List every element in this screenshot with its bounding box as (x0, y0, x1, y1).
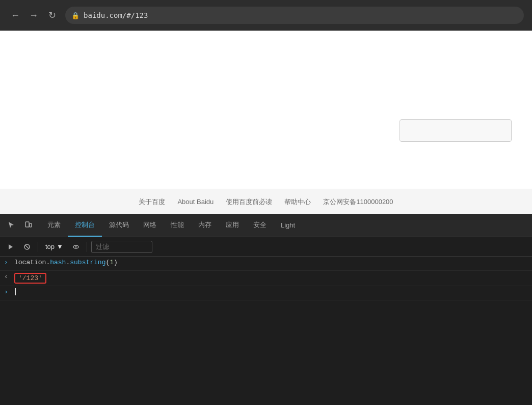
console-cursor-line[interactable]: › (0, 286, 532, 300)
devtools-toolbar: top ▼ (0, 237, 532, 257)
context-label: top (45, 243, 55, 250)
footer-link-4[interactable]: 帮助中心 (284, 197, 311, 207)
dropdown-arrow-icon: ▼ (57, 243, 63, 250)
eye-icon[interactable] (69, 240, 83, 254)
code-hash: hash (50, 259, 66, 266)
clear-errors-icon[interactable] (20, 240, 34, 254)
tab-sources[interactable]: 源代码 (102, 214, 136, 237)
svg-point-6 (75, 246, 76, 247)
code-arg: 1 (110, 259, 114, 266)
console-input-line: › location.hash.substring(1) (0, 257, 532, 271)
filter-input[interactable] (91, 241, 152, 253)
console-output-line: ‹ '/123' (0, 271, 532, 286)
back-button[interactable]: ← (8, 8, 22, 22)
svg-line-4 (25, 245, 29, 248)
svg-rect-0 (25, 222, 29, 227)
tab-performance[interactable]: 性能 (164, 214, 191, 237)
devtools-panel: 元素 控制台 源代码 网络 性能 内存 应用 安全 Light (0, 214, 532, 405)
nav-buttons: ← → ↻ (8, 8, 59, 22)
result-box: '/123' (14, 273, 46, 284)
cursor-prefix: › (4, 288, 14, 296)
footer-link-5[interactable]: 京公网安备1100000200 (323, 197, 393, 207)
output-prefix: ‹ (4, 273, 14, 281)
toolbar-divider (38, 242, 38, 252)
forward-button[interactable]: → (26, 8, 41, 22)
footer-link-2[interactable]: About Baidu (177, 198, 214, 206)
code-location: location. (14, 259, 50, 266)
devtools-tab-bar: 元素 控制台 源代码 网络 性能 内存 应用 安全 Light (0, 214, 532, 237)
code-substring: substring (70, 259, 105, 266)
lock-icon: 🔒 (71, 12, 79, 19)
address-bar[interactable]: 🔒 baidu.com/#/123 (65, 7, 524, 24)
footer-link-1[interactable]: 关于百度 (139, 197, 165, 207)
tab-application[interactable]: 应用 (219, 214, 246, 237)
tab-elements[interactable]: 元素 (40, 214, 68, 237)
devtools-tabs-list: 元素 控制台 源代码 网络 性能 内存 应用 安全 Light (40, 214, 532, 237)
console-code-output: '/123' (14, 273, 46, 284)
console-output: › location.hash.substring(1) ‹ '/123' › (0, 257, 532, 405)
url-text: baidu.com/#/123 (84, 11, 148, 19)
code-dot: . (66, 259, 70, 266)
devtools-icon-group (0, 214, 40, 237)
input-prefix: › (4, 259, 14, 266)
svg-marker-2 (9, 244, 13, 249)
tab-lighthouse[interactable]: Light (274, 214, 302, 237)
browser-chrome: ← → ↻ 🔒 baidu.com/#/123 (0, 0, 532, 31)
console-code-input: location.hash.substring(1) (14, 259, 118, 266)
cursor (15, 288, 16, 295)
context-selector[interactable]: top ▼ (42, 242, 66, 251)
page-content: 关于百度 About Baidu 使用百度前必读 帮助中心 京公网安备11000… (0, 31, 532, 214)
device-mode-icon[interactable] (21, 218, 36, 233)
toolbar-divider-2 (87, 242, 87, 252)
inspect-element-icon[interactable] (4, 218, 18, 233)
refresh-button[interactable]: ↻ (45, 8, 59, 22)
tab-console[interactable]: 控制台 (68, 214, 102, 237)
svg-rect-1 (30, 223, 32, 227)
search-input-box[interactable] (400, 119, 512, 142)
baidu-footer: 关于百度 About Baidu 使用百度前必读 帮助中心 京公网安备11000… (0, 189, 532, 214)
run-icon[interactable] (4, 240, 17, 254)
tab-memory[interactable]: 内存 (191, 214, 219, 237)
baidu-search-area (400, 110, 532, 151)
tab-security[interactable]: 安全 (246, 214, 274, 237)
footer-link-3[interactable]: 使用百度前必读 (226, 197, 272, 207)
tab-network[interactable]: 网络 (136, 214, 164, 237)
result-value: '/123' (18, 274, 42, 282)
code-open-paren: ( (105, 259, 110, 266)
code-close-paren: ) (114, 259, 118, 266)
